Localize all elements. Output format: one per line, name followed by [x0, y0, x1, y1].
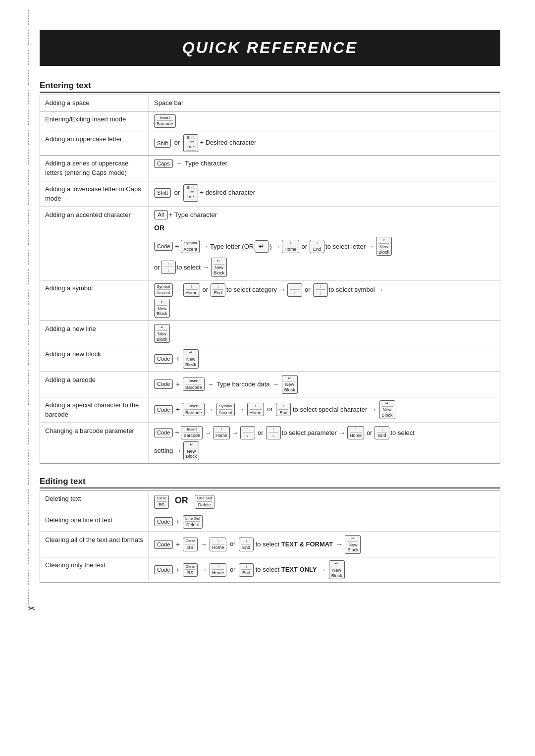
row-label: Adding an uppercase letter: [40, 131, 149, 155]
or-large-label: OR: [154, 223, 495, 233]
shift-key2: Shift: [154, 188, 171, 197]
accented-row3: or ↑ ↓ to select → ↵ NewBlock: [154, 258, 495, 276]
symbol-row1: Symbol Accent → ↑ Home or ↓ End: [154, 283, 495, 297]
entering-text-table: Adding a space Space bar Entering/Exitin…: [40, 95, 500, 464]
end-key3: ↓ End: [276, 403, 291, 416]
updown-key3: ↑ ↓: [313, 283, 328, 297]
row-label: Adding an accented character: [40, 207, 149, 280]
home-key4: ↑ Home: [213, 426, 230, 439]
nb-key6: ↵ NewBlock: [183, 441, 199, 460]
code-key8: Code: [154, 565, 173, 574]
code-key6: Code: [154, 517, 173, 526]
row-action: Symbol Accent → ↑ Home or ↓ End: [149, 280, 500, 321]
insert-barcode-key: Insert Barcode: [154, 114, 176, 128]
row-label: Entering/Exiting Insert mode: [40, 111, 149, 131]
table-row: Adding a new block Code + ↵ NewBlock: [40, 346, 500, 372]
plus-desired: + Desired character: [200, 139, 256, 146]
barcode-param-row2: setting → ↵ NewBlock: [154, 441, 495, 460]
row-action: Caps → Type character: [149, 155, 500, 181]
nb-key5: ↵ NewBlock: [379, 400, 395, 419]
row-action: Code + Insert Barcode → Type barcode dat…: [149, 372, 500, 397]
row-label: Deleting text: [40, 491, 149, 512]
end-key2: ↓ End: [211, 283, 225, 297]
newline-row1: ↵ NewBlock: [154, 324, 495, 343]
end-key5: ↓ End: [374, 426, 389, 439]
arrow-icon: →: [175, 160, 184, 167]
row-action: Insert Barcode: [149, 111, 500, 131]
table-row: Deleting text Clear BS OR Line Out Delet…: [40, 491, 500, 512]
new-block-key2: ↵ NewBlock: [154, 299, 170, 318]
table-row: Clearing all of the text and formats Cod…: [40, 532, 500, 557]
row-label: Clearing all of the text and formats: [40, 532, 149, 557]
home-key2: ↑ Home: [183, 283, 200, 297]
row-action: Code + ↵ NewBlock: [149, 346, 500, 372]
shift-caps-key: ShiftOff/True: [183, 134, 198, 152]
table-row: Adding a special character to the barcod…: [40, 397, 500, 423]
code-key1: Code: [154, 242, 173, 251]
table-row: Entering/Exiting Insert mode Insert Barc…: [40, 111, 500, 131]
table-row: Adding a barcode Code + Insert Barcode →…: [40, 372, 500, 397]
row-label: Adding a new line: [40, 321, 149, 346]
row-action: Code + Insert Barcode → ↑ Home →: [149, 423, 500, 464]
enter-key1: ↵: [255, 240, 268, 253]
row-label: Deleting one line of text: [40, 512, 149, 532]
enter-nb-key2: ↵ NewBlock: [154, 324, 170, 343]
page-title: QUICK REFERENCE: [40, 30, 500, 66]
table-row: Adding an uppercase letter Shift or Shif…: [40, 131, 500, 155]
updown-key4: ↑ ↓: [240, 426, 255, 439]
symbol-content: Symbol Accent → ↑ Home or ↓ End: [154, 283, 495, 318]
home-key1: ↑ Home: [282, 240, 299, 253]
accented-content: Alt + Type character OR Code + Symbol Ac…: [154, 210, 495, 277]
symbol-accent-key2: Symbol Accent: [154, 283, 173, 297]
nb-key3: ↵ NewBlock: [183, 349, 199, 368]
insert-barcode-key4: Insert Barcode: [181, 426, 203, 439]
plus-desired2: + desired character: [200, 189, 255, 196]
row-action: Shift or ShiftOff/True + Desired charact…: [149, 131, 500, 155]
insert-barcode-key3: Insert Barcode: [183, 403, 205, 416]
home-key5: ↑ Home: [347, 426, 364, 439]
row-label: Adding a space: [40, 95, 149, 111]
updown-key1: ↑ ↓: [161, 261, 176, 274]
barcode-param-row1: Code + Insert Barcode → ↑ Home →: [154, 426, 495, 439]
code-key5: Code: [154, 428, 173, 437]
row-action: Code + Insert Barcode → Symbol Accent → …: [149, 397, 500, 423]
cut-lines: [26, 10, 27, 604]
section-heading-editing: Editing text: [40, 476, 500, 488]
caps-key: Caps: [154, 159, 173, 168]
shift-key: Shift: [154, 139, 171, 148]
code-key3: Code: [154, 379, 173, 388]
row-action: Clear BS OR Line Out Delete: [149, 491, 500, 512]
home-key6: ↑ Home: [210, 538, 226, 551]
table-row: Adding a lowercase letter in Caps mode S…: [40, 181, 500, 207]
home-key3: ↑ Home: [247, 403, 264, 416]
home-key7: ↑ Home: [210, 563, 226, 577]
end-key6: ↓ End: [239, 538, 254, 551]
row-action: Code + Line Out Delete: [149, 512, 500, 532]
code-key7: Code: [154, 540, 173, 549]
scissors-icon: ✂: [27, 602, 36, 614]
nb-key7: ↵ NewBlock: [345, 535, 361, 554]
row-action: ↵ NewBlock: [149, 321, 500, 346]
row-label: Adding a special character to the barcod…: [40, 397, 149, 423]
row-action: Code + Clear BS → ↑ Home or ↓ End to sel…: [149, 532, 500, 557]
or-label: or: [174, 139, 182, 146]
row-action: Shift or ShiftOff/True + desired charact…: [149, 181, 500, 207]
plus-type: + Type character: [169, 210, 217, 220]
clear-bs-key3: Clear BS: [183, 563, 198, 577]
table-row: Clearing only the text Code + Clear BS →…: [40, 557, 500, 583]
table-row: Adding an accented character Alt + Type …: [40, 207, 500, 280]
table-row: Adding a space Space bar: [40, 95, 500, 111]
accented-row2: Code + Symbol Accent → Type letter (OR ↵…: [154, 237, 495, 256]
shift-caps-key2: ShiftOff/True: [183, 184, 198, 202]
row-label: Changing a barcode parameter: [40, 423, 149, 464]
row-label: Adding a barcode: [40, 372, 149, 397]
lineout-delete-key2: Line Out Delete: [183, 515, 203, 529]
or-label2: or: [174, 189, 182, 196]
row-label: Adding a lowercase letter in Caps mode: [40, 181, 149, 207]
lineout-delete-key: Line Out Delete: [195, 495, 214, 508]
nb-key8: ↵ NewBlock: [329, 560, 345, 579]
or-big-label: OR: [175, 495, 191, 505]
symbol-accent-key3: Symbol Accent: [216, 403, 235, 416]
newline-content: ↵ NewBlock: [154, 324, 495, 343]
enter-nb-key1: ↵ NewBlock: [376, 237, 392, 256]
